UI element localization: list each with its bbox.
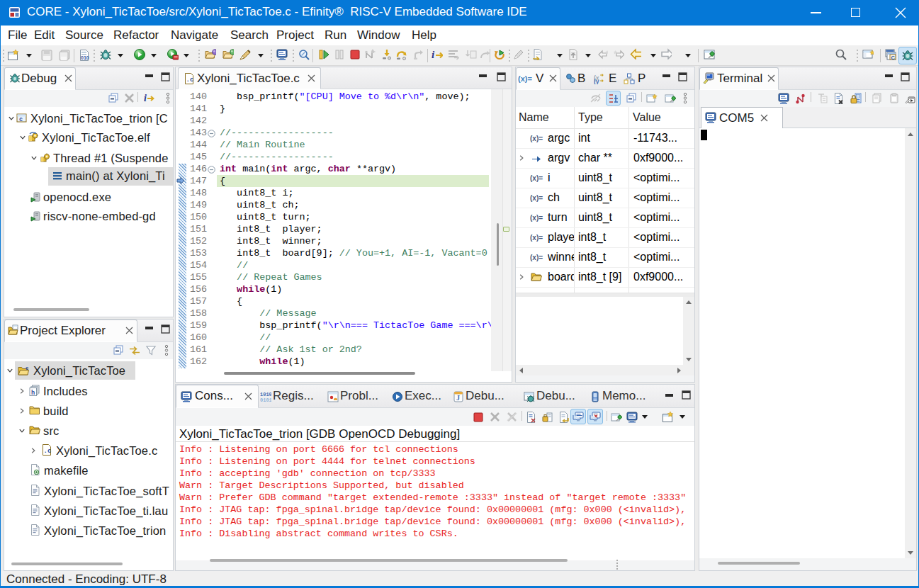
svg-text:(x)=: (x)= (530, 254, 543, 261)
svg-text:(y: (y (594, 78, 599, 84)
svg-text:C: C (891, 55, 896, 61)
svg-text:(x)=: (x)= (530, 234, 543, 242)
svg-text:c: c (19, 116, 23, 123)
svg-text:010: 010 (81, 55, 89, 60)
svg-text:(x)=: (x)= (518, 74, 532, 83)
svg-text:h: h (31, 389, 35, 396)
svg-text:0101: 0101 (260, 397, 271, 402)
svg-text:.c: .c (186, 77, 194, 84)
svg-text:(x)=: (x)= (530, 214, 543, 222)
svg-text:(x)=: (x)= (530, 174, 543, 182)
svg-text:c: c (26, 366, 29, 371)
svg-text:J: J (456, 394, 460, 402)
svg-text:(x)=: (x)= (530, 135, 543, 142)
svg-text:.c: .c (44, 448, 52, 455)
svg-text:(x)=: (x)= (530, 194, 543, 202)
svg-text:i: i (144, 93, 147, 103)
svg-text:i: i (432, 49, 435, 60)
svg-text:1010: 1010 (260, 392, 271, 397)
